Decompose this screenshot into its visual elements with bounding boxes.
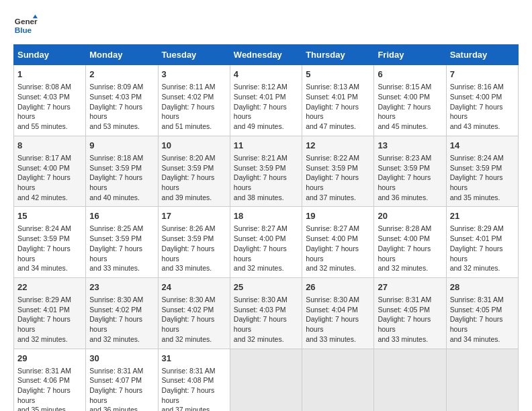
calendar-cell: 29 Sunrise: 8:31 AM Sunset: 4:06 PM Dayl… xyxy=(14,349,86,411)
sunset-label: Sunset: 4:02 PM xyxy=(162,306,214,314)
sunset-label: Sunset: 4:08 PM xyxy=(162,376,214,384)
daylight-label: Daylight: 7 hours hoursand 45 minutes. xyxy=(378,103,431,130)
sunrise-label: Sunrise: 8:27 AM xyxy=(234,224,287,232)
calendar-cell: 18 Sunrise: 8:27 AM Sunset: 4:00 PM Dayl… xyxy=(230,207,302,278)
sunset-label: Sunset: 4:07 PM xyxy=(89,376,142,384)
sunrise-label: Sunrise: 8:18 AM xyxy=(89,154,143,162)
sunrise-label: Sunrise: 8:26 AM xyxy=(162,224,216,232)
day-number: 7 xyxy=(450,68,515,81)
calendar-cell: 16 Sunrise: 8:25 AM Sunset: 3:59 PM Dayl… xyxy=(86,207,158,278)
sunset-label: Sunset: 4:00 PM xyxy=(17,164,70,172)
sunset-label: Sunset: 3:59 PM xyxy=(450,164,502,172)
daylight-label: Daylight: 7 hours hoursand 36 minutes. xyxy=(378,173,431,201)
daylight-label: Daylight: 7 hours hoursand 33 minutes. xyxy=(306,315,359,342)
calendar-cell: 22 Sunrise: 8:29 AM Sunset: 4:01 PM Dayl… xyxy=(14,277,86,349)
day-number: 9 xyxy=(89,140,154,152)
sunset-label: Sunset: 4:02 PM xyxy=(89,306,142,314)
day-header-friday: Friday xyxy=(374,45,446,65)
day-number: 29 xyxy=(17,353,82,365)
sunset-label: Sunset: 4:06 PM xyxy=(17,376,70,384)
day-header-wednesday: Wednesday xyxy=(230,45,302,65)
day-number: 21 xyxy=(450,210,515,222)
day-number: 27 xyxy=(378,281,442,293)
day-number: 24 xyxy=(162,281,226,293)
daylight-label: Daylight: 7 hours hoursand 32 minutes. xyxy=(450,244,503,272)
sunset-label: Sunset: 3:59 PM xyxy=(89,234,142,242)
calendar-table: SundayMondayTuesdayWednesdayThursdayFrid… xyxy=(13,44,519,411)
sunrise-label: Sunrise: 8:22 AM xyxy=(306,154,359,162)
day-header-saturday: Saturday xyxy=(446,45,518,65)
calendar-cell: 20 Sunrise: 8:28 AM Sunset: 4:00 PM Dayl… xyxy=(374,207,446,278)
daylight-label: Daylight: 7 hours hoursand 33 minutes. xyxy=(89,244,142,272)
calendar-header-row: SundayMondayTuesdayWednesdayThursdayFrid… xyxy=(14,45,519,65)
calendar-week-3: 15 Sunrise: 8:24 AM Sunset: 3:59 PM Dayl… xyxy=(14,207,519,278)
daylight-label: Daylight: 7 hours hoursand 34 minutes. xyxy=(450,315,503,342)
daylight-label: Daylight: 7 hours hoursand 32 minutes. xyxy=(306,244,359,272)
day-number: 6 xyxy=(378,68,442,81)
day-number: 5 xyxy=(306,68,370,81)
calendar-week-4: 22 Sunrise: 8:29 AM Sunset: 4:01 PM Dayl… xyxy=(14,277,519,349)
daylight-label: Daylight: 7 hours hoursand 32 minutes. xyxy=(234,244,287,272)
day-number: 23 xyxy=(89,281,154,293)
sunrise-label: Sunrise: 8:30 AM xyxy=(306,295,359,304)
sunset-label: Sunset: 4:01 PM xyxy=(234,93,286,101)
sunset-label: Sunset: 4:00 PM xyxy=(450,93,502,101)
day-number: 28 xyxy=(450,281,515,293)
daylight-label: Daylight: 7 hours hoursand 36 minutes. xyxy=(89,386,142,411)
calendar-cell: 25 Sunrise: 8:30 AM Sunset: 4:03 PM Dayl… xyxy=(230,277,302,349)
sunrise-label: Sunrise: 8:17 AM xyxy=(17,154,71,162)
calendar-cell: 15 Sunrise: 8:24 AM Sunset: 3:59 PM Dayl… xyxy=(14,207,86,278)
daylight-label: Daylight: 7 hours hoursand 34 minutes. xyxy=(17,244,71,272)
sunset-label: Sunset: 4:01 PM xyxy=(450,234,502,242)
day-number: 26 xyxy=(306,281,370,293)
calendar-cell: 3 Sunrise: 8:11 AM Sunset: 4:02 PM Dayli… xyxy=(158,65,230,136)
sunrise-label: Sunrise: 8:31 AM xyxy=(162,367,216,375)
day-number: 18 xyxy=(234,210,298,222)
calendar-cell: 30 Sunrise: 8:31 AM Sunset: 4:07 PM Dayl… xyxy=(86,349,158,411)
day-number: 17 xyxy=(162,210,226,222)
day-number: 12 xyxy=(306,140,370,152)
day-number: 25 xyxy=(234,281,298,293)
sunrise-label: Sunrise: 8:31 AM xyxy=(89,367,143,375)
day-header-thursday: Thursday xyxy=(302,45,374,65)
day-number: 13 xyxy=(378,140,442,152)
sunset-label: Sunset: 4:04 PM xyxy=(306,306,358,314)
day-number: 8 xyxy=(17,140,82,152)
sunrise-label: Sunrise: 8:13 AM xyxy=(306,83,359,91)
calendar-cell xyxy=(446,349,518,411)
sunset-label: Sunset: 4:05 PM xyxy=(378,306,430,314)
sunset-label: Sunset: 3:59 PM xyxy=(234,164,286,172)
sunset-label: Sunset: 3:59 PM xyxy=(306,164,358,172)
day-number: 1 xyxy=(17,68,82,81)
calendar-cell: 5 Sunrise: 8:13 AM Sunset: 4:01 PM Dayli… xyxy=(302,65,374,136)
sunrise-label: Sunrise: 8:30 AM xyxy=(162,295,216,304)
sunset-label: Sunset: 3:59 PM xyxy=(378,164,430,172)
sunrise-label: Sunrise: 8:27 AM xyxy=(306,224,359,232)
daylight-label: Daylight: 7 hours hoursand 32 minutes. xyxy=(234,315,287,342)
header: General Blue xyxy=(13,13,519,38)
calendar-cell: 28 Sunrise: 8:31 AM Sunset: 4:05 PM Dayl… xyxy=(446,277,518,349)
calendar-cell: 26 Sunrise: 8:30 AM Sunset: 4:04 PM Dayl… xyxy=(302,277,374,349)
sunrise-label: Sunrise: 8:16 AM xyxy=(450,83,504,91)
calendar-body: 1 Sunrise: 8:08 AM Sunset: 4:03 PM Dayli… xyxy=(14,65,519,412)
calendar-cell: 6 Sunrise: 8:15 AM Sunset: 4:00 PM Dayli… xyxy=(374,65,446,136)
sunrise-label: Sunrise: 8:30 AM xyxy=(89,295,143,304)
calendar-cell: 24 Sunrise: 8:30 AM Sunset: 4:02 PM Dayl… xyxy=(158,277,230,349)
calendar-cell: 12 Sunrise: 8:22 AM Sunset: 3:59 PM Dayl… xyxy=(302,136,374,207)
sunset-label: Sunset: 4:00 PM xyxy=(378,93,430,101)
calendar-cell: 27 Sunrise: 8:31 AM Sunset: 4:05 PM Dayl… xyxy=(374,277,446,349)
sunrise-label: Sunrise: 8:31 AM xyxy=(17,367,71,375)
daylight-label: Daylight: 7 hours hoursand 51 minutes. xyxy=(162,103,215,130)
sunrise-label: Sunrise: 8:31 AM xyxy=(378,295,431,304)
sunrise-label: Sunrise: 8:28 AM xyxy=(378,224,431,232)
calendar-cell: 10 Sunrise: 8:20 AM Sunset: 3:59 PM Dayl… xyxy=(158,136,230,207)
daylight-label: Daylight: 7 hours hoursand 32 minutes. xyxy=(17,315,71,342)
calendar-week-1: 1 Sunrise: 8:08 AM Sunset: 4:03 PM Dayli… xyxy=(14,65,519,136)
day-number: 30 xyxy=(89,353,154,365)
calendar-cell: 11 Sunrise: 8:21 AM Sunset: 3:59 PM Dayl… xyxy=(230,136,302,207)
logo-icon: General Blue xyxy=(13,13,38,38)
day-number: 15 xyxy=(17,210,82,222)
sunset-label: Sunset: 4:03 PM xyxy=(17,93,70,101)
calendar-cell: 17 Sunrise: 8:26 AM Sunset: 3:59 PM Dayl… xyxy=(158,207,230,278)
sunset-label: Sunset: 4:02 PM xyxy=(162,93,214,101)
